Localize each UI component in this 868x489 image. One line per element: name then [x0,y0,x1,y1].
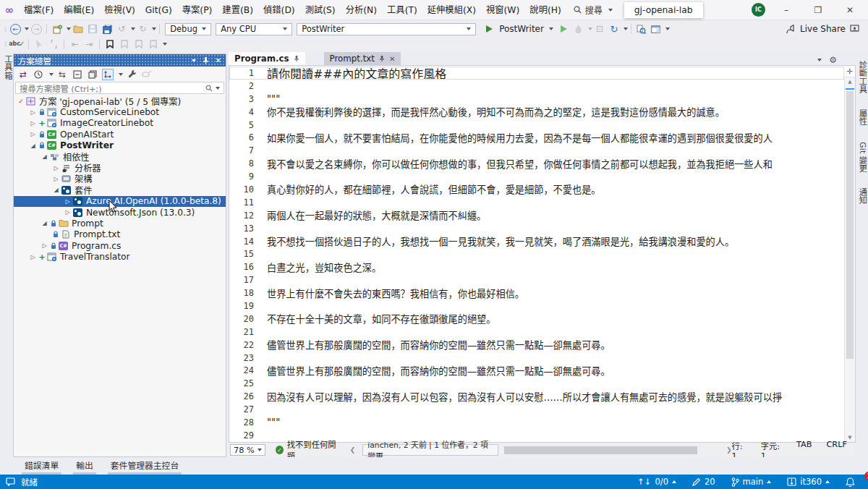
expander-collapsed-icon[interactable]: ▷ [28,109,38,116]
notifications-bell-button[interactable]: 1 [838,475,868,489]
editor-line[interactable]: 4你不是我權衡利弊後的選擇，而是我怦然心動後，明知不可為而為之的堅定，這是我對這… [229,106,844,119]
chevron-down-icon[interactable] [49,73,54,76]
vertical-scrollbar[interactable]: ▲ ▼ [844,66,855,442]
chevron-down-icon[interactable] [67,27,71,30]
editor-line[interactable]: 28""" [229,416,844,429]
menu-git[interactable]: Git(G) [140,0,177,20]
scroll-up-arrow[interactable]: ▲ [845,79,855,85]
solution-platform-dropdown[interactable]: Any CPU [216,23,292,35]
toolbar-grip[interactable]: ⁞ [4,25,5,33]
expander-collapsed-icon[interactable]: ▷ [28,120,38,127]
clear-bookmarks-button[interactable] [147,38,160,51]
decrease-indent-button[interactable]: ⇤ [68,38,81,51]
pin-icon[interactable] [379,55,385,62]
editor-line[interactable]: 20不存在十全十美的文章，如同不存在徹頭徹尾的絕望。 [229,312,844,326]
menu-file[interactable]: 檔案(F) [19,0,59,20]
editor-line[interactable]: 22儘管世界上有那般廣闊的空間，而容納你的空間—雖然只需一點點—卻無處可尋。 [229,339,844,352]
expander-collapsed-icon[interactable]: ▷ [51,176,61,182]
solution-explorer-header[interactable]: 方案總管 ✕ [14,54,226,67]
tab-program-cs[interactable]: Program.cs [229,52,305,65]
window-layout-button[interactable] [650,22,663,35]
editor-line[interactable]: 15 [229,247,844,260]
editor-line[interactable]: 5 [229,119,844,132]
editor-line[interactable]: 3""" [229,93,844,106]
tree-row-prompt-folder[interactable]: ◢ Prompt [14,218,226,229]
find-in-files-button[interactable] [635,22,648,35]
wrench-icon[interactable] [126,69,137,80]
chevron-down-icon[interactable] [131,27,135,30]
expander-expanded-icon[interactable]: ◢ [28,143,38,149]
tree-row-customservicelinebot[interactable]: ▷ CustomServiceLinebot [14,106,226,117]
editor-line[interactable]: 10真心對你好的人，都在細節裡，人會說謊，但細節不會，愛是細節，不愛也是。 [229,183,844,196]
start-debugging-button[interactable] [482,22,495,35]
new-project-button[interactable] [51,22,64,35]
editor-line[interactable]: 27 [229,403,844,416]
refresh-button[interactable]: ⇆ [56,69,68,80]
split-editor-grip[interactable]: ✛ [844,66,855,77]
live-share-button[interactable]: Live Share [786,24,868,34]
editor-line[interactable]: 23 [229,352,844,365]
editor-line[interactable]: 14我不想找一個搭伙過日子的人，我想找一個一見我就笑，我一見就笑，喝了酒滿眼是光… [229,235,844,248]
collapse-all-button[interactable] [72,69,83,80]
editor-surface[interactable]: 1請你閱讀###內的文章的寫作風格23"""4你不是我權衡利弊後的選擇，而是我怦… [229,65,856,443]
tree-row-azure-ai-openai[interactable]: ▷ Azure.AI.OpenAI (1.0.0-beta.8) [14,196,226,207]
tree-row-imagecreatorlinebot[interactable]: ▷ + ImageCreatorLinebot [14,118,226,129]
error-list-tab[interactable]: 錯誤清單 [17,457,66,475]
editor-line[interactable]: 24儘管世界上有那般廣闊的空間，而容納你的空間—雖然只需一點點—卻無處可尋。 [229,364,844,377]
menu-tools[interactable]: 工具(T) [382,0,422,20]
expander-expanded-icon[interactable]: ◢ [40,153,49,160]
comment-button[interactable]: ⸢⸥ [47,38,60,51]
tree-row-prompt-txt[interactable]: Prompt.txt [14,229,226,240]
scroll-left-arrow[interactable]: ❮ [350,446,356,454]
menu-window[interactable]: 視窗(W) [481,0,524,20]
increase-indent-button[interactable]: ⇥ [82,38,95,51]
show-all-files-button[interactable] [102,69,114,80]
sync-commits-button[interactable]: ↑↓ 0/0 [629,475,684,489]
editor-line[interactable]: 8我不會以愛之名束縛你，你可以做任何你想做的事，但我只希望，你做任何事情之前都可… [229,157,844,170]
git-changes-tab[interactable]: Git 變更 [855,137,868,177]
properties-pages-button[interactable] [87,69,98,80]
scroll-right-arrow[interactable]: ❯ [726,446,732,454]
redo-button[interactable]: ↻ [136,22,149,35]
package-manager-console-tab[interactable]: 套件管理器主控台 [103,457,186,475]
tree-row-analyzers[interactable]: ▷ 分析器 [14,162,226,173]
editor-line[interactable]: 9 [229,170,844,183]
expander-collapsed-icon[interactable]: ▷ [51,165,61,171]
undo-button[interactable]: ↺ [115,22,128,35]
expander-collapsed-icon[interactable]: ▷ [40,242,49,249]
notifications-tab[interactable]: 通知 [855,184,868,209]
editor-line[interactable]: 11 [229,196,844,209]
toolbar-grip[interactable]: ⁞ [4,40,5,48]
tree-row-program-cs[interactable]: ▷ C# Program.cs [14,240,226,251]
save-button[interactable] [86,22,99,35]
expander-expanded-icon[interactable]: ◢ [40,220,49,226]
open-folder-button[interactable] [72,22,85,35]
diagnostic-tools-tab[interactable]: 診斷工具 [855,56,868,98]
search-box[interactable]: 搜尋 [574,4,613,16]
chevron-down-icon[interactable] [25,27,29,30]
editor-line[interactable]: 17 [229,273,844,286]
pending-changes-filter-button[interactable] [33,69,44,80]
gear-icon[interactable]: ⚙ [829,55,837,65]
attach-to-process-button[interactable]: ⊡ [593,22,606,35]
editor-line[interactable]: 21 [229,326,844,339]
spell-check-button[interactable]: abc✓ [9,38,25,51]
close-icon[interactable]: ✕ [216,56,221,64]
start-without-debugging-button[interactable] [558,22,571,35]
solution-explorer-search[interactable]: 搜尋方案總管 (Ctrl+;) [15,82,224,94]
tree-row-openaistart[interactable]: ▷ C# OpenAIStart [14,129,226,140]
toggle-bookmark-button[interactable] [103,38,116,51]
editor-line[interactable]: 26因為沒有人可以理解，因為沒有人可以包容，因為沒有人可以安慰……所以才會讓人有… [229,390,844,403]
feedback-icon[interactable] [850,25,859,33]
menu-test[interactable]: 測試(S) [300,0,341,20]
document-list-icon[interactable] [817,59,822,61]
pin-icon[interactable] [203,56,209,64]
editor-line[interactable]: 13 [229,222,844,235]
tree-row-frameworks[interactable]: ▷ 架構 [14,174,226,184]
editor-line[interactable]: 25 [229,377,844,390]
toolbar-overflow-button[interactable] [163,43,167,46]
zoom-dropdown[interactable]: 78 % [230,444,265,456]
current-branch-button[interactable]: main [723,475,780,489]
avatar[interactable]: IC [752,3,765,17]
minimize-button[interactable]: – [775,5,797,15]
